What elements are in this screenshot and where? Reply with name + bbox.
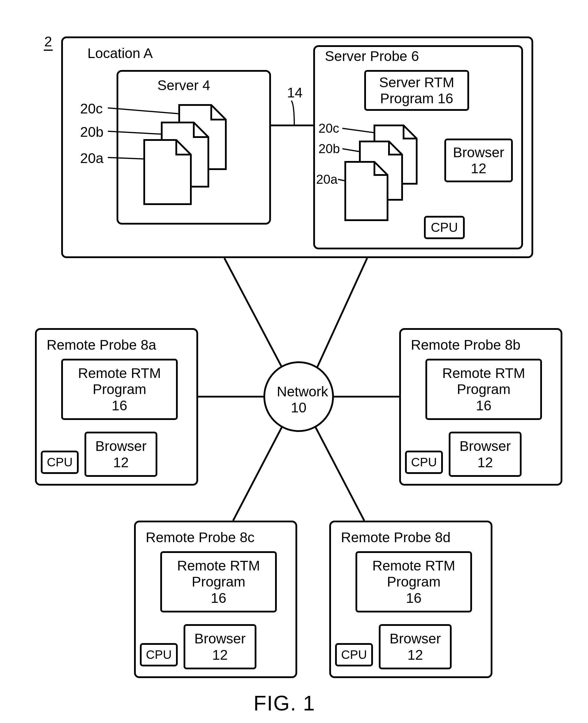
server-title: Server 4 [158, 77, 210, 93]
remote-probe-8d-title: Remote Probe 8d [341, 529, 450, 545]
server-probe-browser-box: Browser 12 [444, 139, 513, 182]
remote-probe-8d-cpu: CPU [335, 643, 373, 666]
remote-probe-8d-rtm: Remote RTM Program 16 [356, 551, 472, 612]
remote-probe-8b-cpu: CPU [405, 450, 443, 474]
remote-probe-8d-browser: Browser 12 [379, 624, 451, 669]
remote-probe-8b-rtm: Remote RTM Program 16 [425, 359, 542, 420]
remote-probe-8c-browser: Browser 12 [184, 624, 256, 669]
remote-probe-8a-cpu: CPU [41, 450, 79, 474]
probe-doc-20b-label: 20b [318, 141, 340, 156]
server-probe-title: Server Probe 6 [325, 48, 419, 64]
remote-probe-8a-rtm: Remote RTM Program 16 [61, 359, 178, 420]
remote-probe-8b-title: Remote Probe 8b [411, 337, 520, 353]
cable-label: 14 [287, 85, 302, 101]
server-rtm-box: Server RTM Program 16 [364, 70, 469, 111]
figure-ref-number: 2 [44, 34, 53, 51]
server-doc-20c-label: 20c [80, 101, 103, 117]
server-doc-20a-label: 20a [80, 150, 103, 166]
figure-caption: FIG. 1 [253, 691, 315, 715]
remote-probe-8c-cpu: CPU [140, 643, 178, 666]
remote-probe-8a-title: Remote Probe 8a [47, 337, 156, 353]
remote-probe-8a-browser: Browser 12 [84, 431, 158, 477]
server-doc-20b-label: 20b [80, 124, 103, 140]
remote-probe-8c-rtm: Remote RTM Program 16 [160, 551, 277, 612]
network-label: Network 10 [277, 383, 320, 416]
probe-doc-20a-label: 20a [316, 172, 337, 187]
diagram-canvas: 2 Location A Server 4 14 Server Probe 6 … [0, 0, 588, 723]
server-probe-cpu-box: CPU [424, 216, 465, 239]
probe-doc-20c-label: 20c [318, 121, 339, 136]
remote-probe-8c-title: Remote Probe 8c [146, 529, 255, 545]
remote-probe-8b-browser: Browser 12 [449, 431, 522, 477]
location-a-title: Location A [87, 45, 153, 61]
